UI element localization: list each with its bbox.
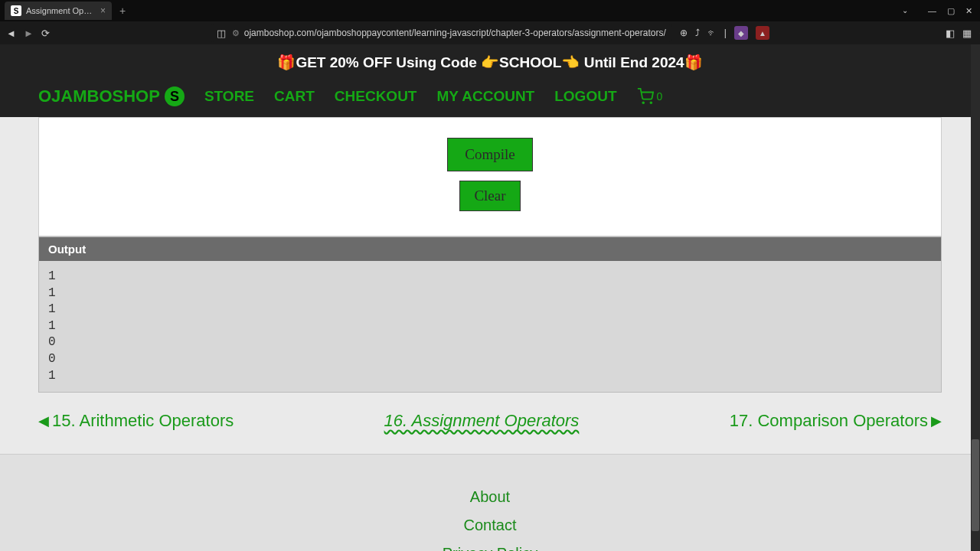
- scrollbar[interactable]: [971, 44, 980, 551]
- new-tab-button[interactable]: +: [119, 5, 126, 17]
- promo-banner: 🎁GET 20% OFF Using Code 👉SCHOOL👈 Until E…: [0, 44, 980, 80]
- footer-privacy[interactable]: Privacy Policy: [0, 545, 980, 551]
- clear-button[interactable]: Clear: [459, 181, 520, 211]
- nav-store[interactable]: STORE: [204, 88, 254, 105]
- forward-button[interactable]: ►: [24, 28, 34, 39]
- main-nav: OJAMBOSHOP S STORE CART CHECKOUT MY ACCO…: [0, 80, 980, 117]
- logo-text: OJAMBOSHOP: [38, 86, 160, 106]
- site-settings-icon[interactable]: ⚙: [232, 28, 240, 38]
- output-header: Output: [39, 237, 941, 261]
- maximize-icon[interactable]: ▢: [947, 6, 955, 16]
- rss-icon[interactable]: ᯤ: [707, 28, 717, 38]
- sidebar-icon[interactable]: ◧: [946, 28, 955, 39]
- minimize-icon[interactable]: —: [928, 6, 936, 16]
- next-arrow-icon: ▶: [931, 412, 942, 429]
- bookmark-icon[interactable]: ◫: [217, 28, 226, 39]
- output-body: 1 1 1 1 0 0 1: [39, 261, 941, 392]
- tab-title: Assignment Operators - Oj: [26, 6, 96, 15]
- nav-cart[interactable]: CART: [274, 88, 315, 105]
- tabs-dropdown-icon[interactable]: ⌄: [902, 6, 908, 16]
- nav-my-account[interactable]: MY ACCOUNT: [436, 88, 534, 105]
- extension-icon[interactable]: ▲: [756, 26, 769, 40]
- prev-chapter-link[interactable]: ◀ 15. Arithmetic Operators: [38, 411, 234, 431]
- url-bar[interactable]: ◫ ⚙ ojamboshop.com/ojamboshoppaycontent/…: [211, 24, 672, 42]
- prev-chapter-label: 15. Arithmetic Operators: [52, 411, 234, 431]
- footer-contact[interactable]: Contact: [0, 517, 980, 534]
- pagination: ◀ 15. Arithmetic Operators 16. Assignmen…: [38, 393, 942, 454]
- extension-icon[interactable]: ◆: [734, 26, 748, 40]
- cart-icon: [637, 88, 654, 105]
- scrollbar-thumb[interactable]: [972, 439, 979, 530]
- logo[interactable]: OJAMBOSHOP S: [38, 86, 185, 106]
- nav-bar: ◄ ► ⟳ ◫ ⚙ ojamboshop.com/ojamboshoppayco…: [0, 21, 980, 44]
- url-text: ojamboshop.com/ojamboshoppaycontent/lear…: [244, 28, 666, 38]
- footer: About Contact Privacy Policy: [0, 454, 980, 551]
- close-window-icon[interactable]: ✕: [965, 6, 972, 16]
- footer-about[interactable]: About: [0, 488, 980, 506]
- cart-icon-link[interactable]: 0: [637, 88, 663, 105]
- tab-bar: S Assignment Operators - Oj × + ⌄ — ▢ ✕: [0, 0, 980, 21]
- tab-favicon: S: [11, 5, 21, 16]
- svg-point-1: [650, 102, 652, 103]
- logo-mark: S: [165, 86, 185, 106]
- reload-button[interactable]: ⟳: [41, 28, 50, 39]
- back-button[interactable]: ◄: [6, 28, 16, 39]
- output-panel: Output 1 1 1 1 0 0 1: [38, 236, 942, 393]
- share-icon[interactable]: ⤴: [695, 28, 700, 38]
- nav-logout[interactable]: LOGOUT: [554, 88, 616, 105]
- reader-icon[interactable]: ▦: [962, 28, 972, 39]
- compile-button[interactable]: Compile: [447, 138, 532, 171]
- next-chapter-link[interactable]: 17. Comparison Operators ▶: [730, 411, 942, 431]
- cart-count: 0: [657, 90, 663, 103]
- nav-checkout[interactable]: CHECKOUT: [335, 88, 417, 105]
- zoom-icon[interactable]: ⊕: [680, 28, 688, 38]
- next-chapter-label: 17. Comparison Operators: [730, 411, 928, 431]
- page-content: 🎁GET 20% OFF Using Code 👉SCHOOL👈 Until E…: [0, 44, 980, 551]
- divider: |: [724, 28, 727, 38]
- prev-arrow-icon: ◀: [38, 412, 49, 429]
- svg-point-0: [642, 102, 644, 103]
- browser-tab[interactable]: S Assignment Operators - Oj ×: [5, 2, 112, 20]
- current-chapter-link[interactable]: 16. Assignment Operators: [384, 411, 580, 431]
- tab-close-icon[interactable]: ×: [100, 5, 106, 16]
- compile-section: Compile Clear: [38, 117, 942, 236]
